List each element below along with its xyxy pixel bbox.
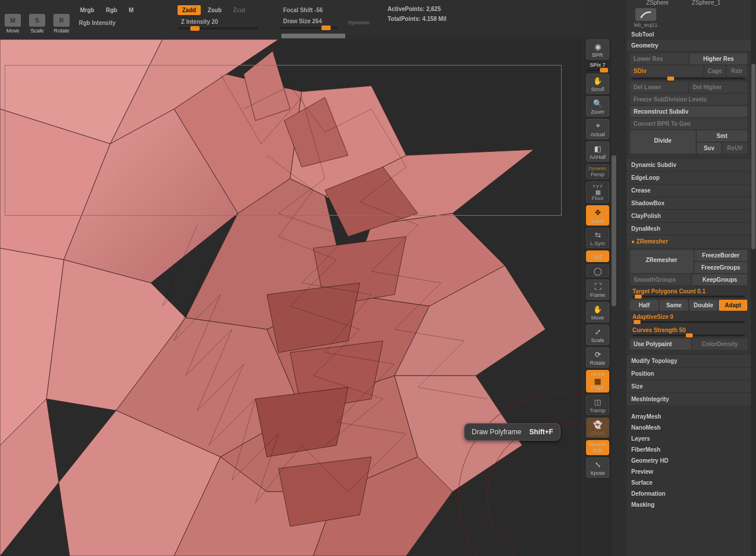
scroll-button[interactable]: ✋Scroll <box>586 74 609 94</box>
rotate-tool-button[interactable]: R Rotate <box>51 2 72 35</box>
quickbar-scrollbar[interactable] <box>612 39 616 556</box>
local-label: Local <box>591 218 604 224</box>
mrgb-toggle[interactable]: Mrgb <box>75 5 99 15</box>
scale-view-button[interactable]: ⤢Scale <box>586 325 609 345</box>
geometry-section-header[interactable]: Geometry <box>627 40 751 51</box>
subtool-section-header[interactable]: SubTool <box>627 29 751 40</box>
zcut-toggle[interactable]: Zcut <box>229 5 250 15</box>
m-toggle[interactable]: M <box>124 5 138 15</box>
move-view-label: Move <box>591 315 604 321</box>
transp-button[interactable]: ◫Transp <box>586 395 609 415</box>
rotate-view-button[interactable]: ⟳Rotate <box>586 347 609 368</box>
bpr-button[interactable]: ◉ BPR <box>586 39 609 60</box>
del-higher-button[interactable]: Del Higher <box>689 82 747 93</box>
use-polypaint-button[interactable]: Use Polypaint <box>630 339 691 350</box>
crease-accordion[interactable]: Crease <box>627 184 751 197</box>
ghost-button[interactable]: 👻Ghost <box>586 417 609 438</box>
sdiv-track[interactable] <box>632 78 745 79</box>
sdiv-slider[interactable]: SDiv <box>630 66 703 77</box>
navigator-bar[interactable] <box>281 34 345 38</box>
tool-tab-zsphere[interactable]: ZSphere <box>646 0 668 6</box>
current-tool-name: leb_wuj11 <box>634 22 658 28</box>
dynamic-toggle[interactable]: Dynamic <box>343 18 375 27</box>
suv-button[interactable]: Suv <box>697 143 722 154</box>
viewport-quickbar: ◉ BPR SPix 7 ✋Scroll 🔍Zoom ⌖Actual ◧AAHa… <box>584 39 612 556</box>
convert-bpr-button[interactable]: Convert BPR To Geo <box>630 118 747 129</box>
surface-section[interactable]: Surface <box>627 477 751 488</box>
dynamesh-accordion[interactable]: DynaMesh <box>627 222 751 235</box>
xpose-button[interactable]: ⤡Xpose <box>586 457 609 478</box>
viewport-canvas[interactable] <box>0 39 583 556</box>
position-accordion[interactable]: Position <box>627 367 751 380</box>
zoom-button[interactable]: 🔍Zoom <box>586 96 609 117</box>
reconstruct-subdiv-button[interactable]: Reconstruct Subdiv <box>630 106 747 117</box>
arraymesh-section[interactable]: ArrayMesh <box>627 411 751 422</box>
lsym-button[interactable]: ⇆L.Sym <box>586 228 609 248</box>
z-intensity-slider[interactable] <box>178 27 259 30</box>
floor-button[interactable]: x y z▦Floor <box>586 181 609 203</box>
modify-topology-accordion[interactable]: Modify Topology <box>627 354 751 367</box>
reuv-button[interactable]: ReUV <box>722 143 747 154</box>
move-tool-button[interactable]: M Move <box>2 2 23 35</box>
same-button[interactable]: Same <box>660 300 688 311</box>
rgb-intensity-slider[interactable]: Rgb Intensity <box>75 19 119 27</box>
half-button[interactable]: Half <box>630 300 659 311</box>
ghost-label: Ghost <box>591 430 605 436</box>
claypolish-accordion[interactable]: ClayPolish <box>627 209 751 222</box>
frame-button[interactable]: ⛶Frame <box>586 279 609 300</box>
deformation-section[interactable]: Deformation <box>627 488 751 499</box>
rstr-button[interactable]: Rstr <box>726 66 747 77</box>
freeze-border-button[interactable]: FreezeBorder <box>694 250 747 261</box>
del-lower-button[interactable]: Del Lower <box>630 82 688 93</box>
lasso-button[interactable]: ◯ <box>586 264 609 277</box>
preview-section[interactable]: Preview <box>627 466 751 477</box>
panel-scrollbar[interactable] <box>751 0 756 556</box>
color-density-button[interactable]: ColorDensity <box>692 339 747 350</box>
move-view-button[interactable]: ✋Move <box>586 302 609 322</box>
persp-button[interactable]: DynamicPersp <box>586 164 609 179</box>
solo-button[interactable]: DynamicSolo <box>586 440 609 455</box>
zremesher-button[interactable]: ZRemesher <box>630 250 693 273</box>
double-button[interactable]: Double <box>689 300 718 311</box>
adaptive-size-slider[interactable] <box>632 321 745 323</box>
freeze-subdiv-button[interactable]: Freeze SubDivision Levels <box>630 94 747 105</box>
local-button[interactable]: ✥Local <box>586 205 609 226</box>
scale-tool-button[interactable]: S Scale <box>27 2 48 35</box>
persp-top-label: Dynamic <box>588 166 606 171</box>
shadowbox-accordion[interactable]: ShadowBox <box>627 197 751 209</box>
polyf-button[interactable]: ine Fill▦PolyF <box>586 370 609 393</box>
keep-groups-button[interactable]: KeepGroups <box>692 274 747 285</box>
nanomesh-section[interactable]: NanoMesh <box>627 422 751 433</box>
target-polys-slider[interactable] <box>632 296 745 297</box>
zsub-toggle[interactable]: Zsub <box>203 5 226 15</box>
draw-size-slider[interactable] <box>280 27 338 29</box>
dynamic-subdiv-accordion[interactable]: Dynamic Subdiv <box>627 158 751 171</box>
current-tool-preview[interactable]: leb_wuj11 <box>630 8 661 28</box>
zadd-toggle[interactable]: Zadd <box>178 5 201 15</box>
zremesher-accordion[interactable]: ● ZRemesher <box>627 235 751 248</box>
tool-tab-zsphere1[interactable]: ZSphere_1 <box>692 0 720 6</box>
fibermesh-section[interactable]: FiberMesh <box>627 444 751 455</box>
xyz-button[interactable]: xyz <box>586 250 609 262</box>
cage-button[interactable]: Cage <box>704 66 725 77</box>
freeze-groups-button[interactable]: FreezeGroups <box>694 262 747 273</box>
curves-strength-slider[interactable] <box>632 335 745 336</box>
geometryhd-section[interactable]: Geometry HD <box>627 455 751 466</box>
actual-button[interactable]: ⌖Actual <box>586 119 609 139</box>
adapt-button[interactable]: Adapt <box>719 300 747 311</box>
higher-res-button[interactable]: Higher Res <box>690 53 747 64</box>
edgeloop-accordion[interactable]: EdgeLoop <box>627 171 751 184</box>
smooth-groups-button[interactable]: SmoothGroups <box>630 274 691 285</box>
layers-section[interactable]: Layers <box>627 433 751 444</box>
size-accordion[interactable]: Size <box>627 380 751 393</box>
aahalf-label: AAHalf <box>589 154 606 160</box>
divide-button[interactable]: Divide <box>630 130 696 154</box>
mesh-integrity-accordion[interactable]: MeshIntegrity <box>627 393 751 405</box>
lower-res-button[interactable]: Lower Res <box>630 53 689 64</box>
rotate-icon: R <box>53 14 70 27</box>
rgb-toggle[interactable]: Rgb <box>101 5 121 15</box>
smt-button[interactable]: Smt <box>697 130 747 141</box>
aahalf-button[interactable]: ◧AAHalf <box>586 141 609 162</box>
masking-section[interactable]: Masking <box>627 499 751 510</box>
spix-slider[interactable]: SPix 7 <box>586 62 609 71</box>
